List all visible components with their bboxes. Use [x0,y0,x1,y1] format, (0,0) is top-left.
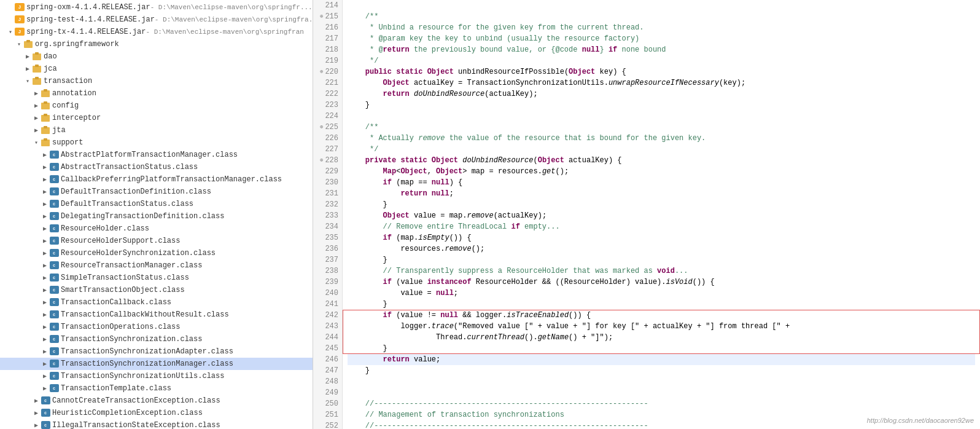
line-num-222: 222 [317,89,338,100]
line-num-230: 230 [317,177,338,188]
code-line-216: * Unbind a resource for the given key fr… [348,22,975,33]
tree-arrow-cls-TransactionSynchronization: ▶ [41,336,49,343]
tree-icon-class: c [49,151,59,159]
line-num-235: 235 [317,232,338,243]
tree-icon-class: c [49,335,59,344]
code-line-239: if (value instanceof ResourceHolder && (… [348,277,975,288]
tree-arrow-pkg-dao: ▶ [23,53,32,60]
tree-icon-class: c [49,286,59,294]
tree-label-cls-AbstractPlatform: AbstractPlatformTransactionManager.class [61,151,238,159]
tree-item-cls-CannotCreate[interactable]: ▶cCannotCreateTransactionException.class [0,395,313,407]
tree-item-cls-DelegatingTransactionDef[interactable]: ▶cDelegatingTransactionDefinition.class [0,210,313,222]
tree-item-pkg-transaction[interactable]: ▾transaction [0,75,313,87]
svg-rect-15 [44,126,47,128]
code-content-area: /** * Unbind a resource for the given ke… [343,0,980,429]
line-num-244: 244 [317,332,338,343]
tree-item-pkg-support[interactable]: ▾support [0,136,313,149]
code-line-229: Map<Object, Object> map = resources.get(… [348,166,975,177]
tree-item-cls-ResourceHolder[interactable]: ▶cResourceHolder.class [0,222,313,235]
line-num-252: 252 [317,420,338,429]
tree-item-cls-ResourceHolderSync[interactable]: ▶cResourceHolderSynchronization.class [0,247,313,259]
tree-arrow-cls-SmartTransactionObj: ▶ [41,286,49,294]
tree-icon-package [41,101,50,110]
line-num-215: ⊕215 [317,11,338,22]
tree-arrow-cls-Callback: ▶ [41,176,49,183]
line-num-248: 248 [317,376,338,387]
tree-item-cls-DefaultTransactionStatus[interactable]: ▶cDefaultTransactionStatus.class [0,198,313,210]
tree-item-cls-TransactionOperations[interactable]: ▶cTransactionOperations.class [0,321,313,333]
tree-label-cls-ResourceHolder: ResourceHolder.class [61,224,149,233]
tree-icon-package [23,40,33,49]
tree-arrow-cls-ResourceTransactionMgr: ▶ [41,262,49,269]
tree-item-cls-AbstractPlatform[interactable]: ▶cAbstractPlatformTransactionManager.cla… [0,149,313,161]
line-arrow-indicator: ⊕ [320,11,323,22]
tree-item-cls-Callback[interactable]: ▶cCallbackPreferringPlatformTransactionM… [0,173,313,186]
tree-item-cls-SimpleTransactionStatus[interactable]: ▶cSimpleTransactionStatus.class [0,272,313,284]
tree-item-jar-tx[interactable]: ▾Jspring-tx-4.1.4.RELEASE.jar - D:\Maven… [0,26,313,38]
line-num-225: ⊕225 [317,122,338,133]
tree-arrow-cls-DefaultTransactionDef: ▶ [41,188,49,195]
tree-item-cls-TransactionTemplate[interactable]: ▶cTransactionTemplate.class [0,382,313,395]
line-num-224: 224 [317,111,338,122]
line-num-216: 216 [317,22,338,33]
tree-item-cls-SmartTransactionObj[interactable]: ▶cSmartTransactionObject.class [0,284,313,296]
tree-label-pkg-support: support [52,138,83,147]
code-line-221: Object actualKey = TransactionSynchroniz… [348,77,975,89]
tree-item-cls-IllegalTransactionState[interactable]: ▶cIllegalTransactionStateException.class [0,419,313,429]
tree-item-cls-TransactionSynchronization[interactable]: ▶cTransactionSynchronization.class [0,333,313,345]
tree-arrow-cls-HeuristicCompletion: ▶ [32,409,41,417]
code-line-230: if (map == null) { [348,177,975,188]
tree-arrow-cls-TransactionSyncUtils: ▶ [41,372,49,380]
file-tree-panel: Jspring-oxm-4.1.4.RELEASE.jar - D:\Maven… [0,0,313,429]
line-num-249: 249 [317,387,338,398]
line-num-247: 247 [317,365,338,376]
tree-arrow-jar-tx: ▾ [6,28,15,36]
code-line-248 [348,376,975,387]
line-num-221: 221 [317,77,338,89]
tree-item-cls-TransactionSyncAdapter[interactable]: ▶cTransactionSynchronizationAdapter.clas… [0,345,313,358]
svg-rect-7 [35,77,39,79]
tree-item-cls-TransactionSyncUtils[interactable]: ▶cTransactionSynchronizationUtils.class [0,370,313,382]
tree-item-cls-ResourceTransactionMgr[interactable]: ▶cResourceTransactionManager.class [0,259,313,272]
tree-item-cls-ResourceHolderSupport[interactable]: ▶cResourceHolderSupport.class [0,235,313,247]
tree-label-cls-HeuristicCompletion: HeuristicCompletionException.class [52,409,203,417]
tree-label-cls-TransactionCallbackWithout: TransactionCallbackWithoutResult.class [61,310,229,319]
tree-item-cls-TransactionCallbackWithout[interactable]: ▶cTransactionCallbackWithoutResult.class [0,309,313,321]
line-num-228: ⊕228 [317,155,338,166]
tree-item-cls-AbstractTransaction[interactable]: ▶cAbstractTransactionStatus.class [0,161,313,173]
tree-arrow-cls-AbstractTransaction: ▶ [41,163,49,171]
code-line-245: } [348,343,975,354]
tree-item-pkg-annotation[interactable]: ▶annotation [0,87,313,100]
tree-item-pkg-jta[interactable]: ▶jta [0,124,313,136]
tree-item-cls-HeuristicCompletion[interactable]: ▶cHeuristicCompletionException.class [0,407,313,419]
tree-item-pkg-springframework[interactable]: ▾org.springframework [0,38,313,50]
tree-item-jar-test[interactable]: Jspring-test-4.1.4.RELEASE.jar - D:\Mave… [0,14,313,26]
tree-item-cls-TransactionCallback[interactable]: ▶cTransactionCallback.class [0,296,313,309]
tree-item-cls-TransactionSyncMgr[interactable]: ▶cTransactionSynchronizationManager.clas… [0,358,313,370]
code-line-249 [348,387,975,398]
tree-icon-class: c [41,396,50,405]
tree-item-pkg-config[interactable]: ▶config [0,100,313,112]
code-line-226: * Actually remove the value of the resou… [348,133,975,144]
tree-item-pkg-dao[interactable]: ▶dao [0,50,313,63]
tree-icon-class: c [49,261,59,270]
tree-item-pkg-jca[interactable]: ▶jca [0,63,313,75]
tree-label-pkg-jta: jta [52,126,66,135]
tree-label-cls-CannotCreate: CannotCreateTransactionException.class [52,396,220,405]
tree-icon-package [41,138,50,147]
tree-arrow-cls-TransactionCallbackWithout: ▶ [41,311,49,318]
tree-label-pkg-dao: dao [44,52,57,61]
tree-arrow-pkg-annotation: ▶ [32,90,41,97]
svg-rect-1 [26,40,30,42]
line-num-240: 240 [317,288,338,299]
code-editor-panel[interactable]: 214⊕215216217218219⊕220221222223224⊕2252… [313,0,980,429]
tree-label-cls-IllegalTransactionState: IllegalTransactionStateException.class [52,421,220,429]
tree-icon-class: c [49,298,59,307]
tree-item-jar-oxm[interactable]: Jspring-oxm-4.1.4.RELEASE.jar - D:\Maven… [0,1,313,14]
tree-item-pkg-interceptor[interactable]: ▶interceptor [0,112,313,124]
code-line-222: return doUnbindResource(actualKey); [348,89,975,100]
tree-label-cls-SimpleTransactionStatus: SimpleTransactionStatus.class [61,274,189,282]
tree-item-cls-DefaultTransactionDef[interactable]: ▶cDefaultTransactionDefinition.class [0,186,313,198]
code-line-220: public static Object unbindResourceIfPos… [348,66,975,77]
svg-rect-17 [44,138,47,141]
